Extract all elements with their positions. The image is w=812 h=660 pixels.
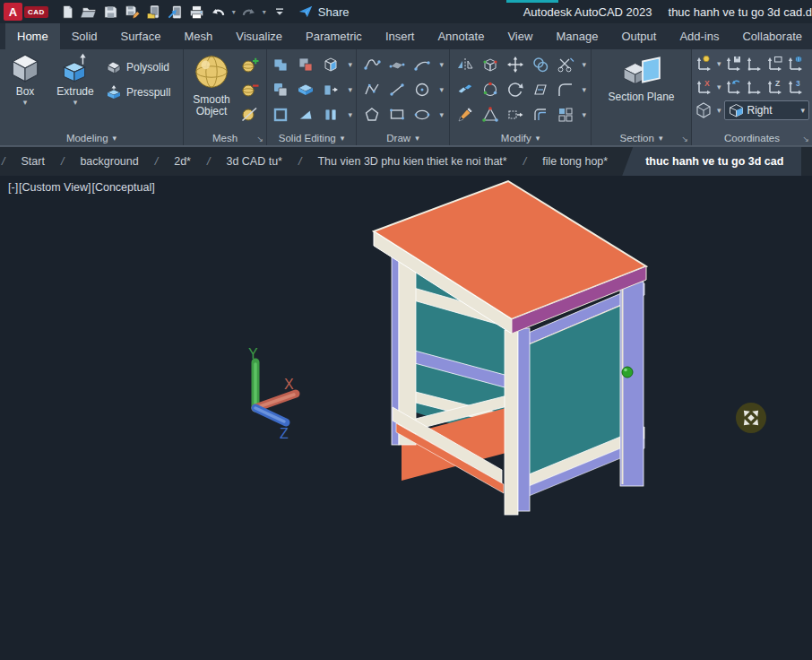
extend-button[interactable] bbox=[530, 79, 550, 100]
view-selector[interactable]: Right ▾ bbox=[724, 100, 809, 120]
ucs-button[interactable] bbox=[695, 53, 713, 74]
mesh-unsmooth-button[interactable] bbox=[239, 103, 261, 125]
3d-scale-button[interactable] bbox=[479, 104, 500, 126]
viewport-view-control[interactable]: [Custom View] bbox=[19, 181, 91, 194]
line-button[interactable] bbox=[387, 79, 406, 100]
file-tab-active-thuc-hanh[interactable]: thuc hanh ve tu go 3d cad bbox=[622, 147, 801, 176]
tab-manage[interactable]: Manage bbox=[544, 23, 609, 49]
file-tab-3d-cad-tu[interactable]: 3d CAD tu* bbox=[212, 147, 297, 176]
ucs-3point-button[interactable]: 3 bbox=[786, 76, 804, 98]
new-file-button[interactable] bbox=[57, 2, 79, 22]
polygon-button[interactable] bbox=[362, 104, 381, 126]
view-cube-dropdown-caret[interactable]: ▾ bbox=[717, 106, 721, 115]
solid-slice-button[interactable] bbox=[271, 79, 290, 100]
solid-subtract-button[interactable] bbox=[296, 54, 315, 75]
save-button[interactable] bbox=[100, 2, 122, 22]
section-dialog-launcher[interactable]: ↘ bbox=[681, 135, 688, 143]
offset-button[interactable] bbox=[530, 104, 550, 126]
ucs-x-dropdown-caret[interactable]: ▾ bbox=[717, 82, 721, 91]
rectangular-array-button[interactable] bbox=[555, 104, 575, 126]
ucs-object-button[interactable] bbox=[765, 53, 783, 74]
modify-row2-caret[interactable]: ▾ bbox=[582, 85, 586, 94]
solid-thicken-button[interactable] bbox=[296, 79, 315, 100]
copy-button[interactable] bbox=[530, 54, 550, 75]
presspull-button[interactable]: Presspull bbox=[106, 82, 170, 103]
stretch-button[interactable] bbox=[505, 104, 525, 126]
customize-qat-button[interactable] bbox=[269, 2, 290, 22]
solid-intersect-button[interactable] bbox=[321, 54, 341, 75]
viewport-visual-style-control[interactable]: [Conceptual] bbox=[91, 181, 154, 194]
tab-surface[interactable]: Surface bbox=[109, 23, 173, 49]
tab-solid[interactable]: Solid bbox=[60, 23, 109, 49]
drawing-viewport[interactable]: [-] [Custom View] [Conceptual] bbox=[0, 176, 812, 660]
ucs-view-button[interactable] bbox=[786, 53, 804, 74]
draw-row3-caret[interactable]: ▾ bbox=[439, 110, 444, 119]
view-cube-button[interactable] bbox=[695, 100, 713, 121]
tab-insert[interactable]: Insert bbox=[374, 23, 427, 49]
box-dropdown-caret[interactable]: ▾ bbox=[23, 100, 28, 105]
ucs-x-button[interactable]: X bbox=[695, 76, 713, 98]
modify-row1-caret[interactable]: ▾ bbox=[582, 60, 586, 69]
section-plane-button[interactable]: Section Plane bbox=[606, 54, 678, 103]
slice-button[interactable] bbox=[454, 79, 475, 100]
trim-button[interactable] bbox=[555, 54, 575, 75]
mesh-remove-crease-button[interactable] bbox=[239, 79, 261, 100]
file-tab-background[interactable]: background bbox=[65, 147, 152, 176]
modify-row3-caret[interactable]: ▾ bbox=[582, 110, 586, 119]
ucs-world-button[interactable] bbox=[745, 53, 763, 74]
polar-array-button[interactable] bbox=[479, 79, 500, 100]
mirror-button[interactable] bbox=[454, 54, 475, 75]
mesh-refine-button[interactable] bbox=[239, 55, 261, 76]
tab-collaborate[interactable]: Collaborate bbox=[730, 23, 812, 49]
view-selector-caret[interactable]: ▾ bbox=[800, 106, 805, 115]
save-as-button[interactable] bbox=[122, 2, 143, 22]
solid-row2-caret[interactable]: ▾ bbox=[348, 85, 352, 94]
erase-button[interactable] bbox=[454, 104, 475, 126]
box-button[interactable]: Box ▾ bbox=[5, 53, 45, 105]
modeling-panel-label[interactable]: Modeling ▾ bbox=[0, 130, 183, 145]
ucs-axes-icon[interactable]: Y X Z bbox=[248, 346, 296, 441]
door-knob[interactable] bbox=[622, 367, 633, 378]
mesh-panel-label[interactable]: Mesh bbox=[184, 130, 266, 145]
solid-extrude-faces-button[interactable] bbox=[321, 79, 341, 100]
tab-home[interactable]: Home bbox=[5, 23, 60, 49]
solid-union-button[interactable] bbox=[271, 54, 290, 75]
solid-row3-caret[interactable]: ▾ bbox=[348, 110, 352, 119]
model-canvas[interactable]: Y X Z bbox=[0, 176, 812, 660]
ellipse-button[interactable] bbox=[412, 104, 431, 126]
redo-button[interactable] bbox=[238, 2, 260, 22]
save-to-web-mobile-button[interactable] bbox=[143, 2, 165, 22]
draw-row1-caret[interactable]: ▾ bbox=[439, 60, 444, 69]
ucs-z-axis-button[interactable]: Z bbox=[765, 76, 783, 98]
polyline-button[interactable] bbox=[362, 54, 381, 75]
share-button[interactable]: Share bbox=[298, 4, 350, 20]
fillet-button[interactable] bbox=[555, 79, 575, 100]
viewport-minimize-control[interactable]: [-] bbox=[8, 181, 18, 194]
tab-output[interactable]: Output bbox=[609, 23, 668, 49]
modify-panel-label[interactable]: Modify ▾ bbox=[450, 130, 591, 145]
tab-add-ins[interactable]: Add-ins bbox=[668, 23, 730, 49]
extrude-button[interactable]: Extrude ▾ bbox=[52, 53, 99, 105]
undo-button[interactable] bbox=[208, 2, 229, 22]
tab-visualize[interactable]: Visualize bbox=[224, 23, 294, 49]
ucs-origin-button[interactable] bbox=[745, 76, 763, 98]
print-button[interactable] bbox=[186, 2, 208, 22]
solid-taper-faces-button[interactable] bbox=[296, 104, 315, 126]
arc-button[interactable] bbox=[412, 54, 431, 75]
circle-button[interactable] bbox=[412, 79, 431, 100]
ucs-dropdown-caret[interactable]: ▾ bbox=[717, 59, 721, 68]
extrude-dropdown-caret[interactable]: ▾ bbox=[73, 100, 78, 105]
coordinates-dialog-launcher[interactable]: ↘ bbox=[802, 135, 809, 143]
ucs-previous-button[interactable] bbox=[724, 76, 742, 98]
draw-row2-caret[interactable]: ▾ bbox=[439, 85, 444, 94]
tab-mesh[interactable]: Mesh bbox=[172, 23, 224, 49]
file-tab-2d[interactable]: 2d* bbox=[160, 147, 205, 176]
solid-shell-button[interactable] bbox=[271, 104, 290, 126]
file-tab-file-tong-hop[interactable]: file tong hop* bbox=[528, 147, 622, 176]
solid-row1-caret[interactable]: ▾ bbox=[348, 60, 352, 69]
3d-cabinet-model[interactable] bbox=[374, 181, 646, 515]
spline-button[interactable] bbox=[362, 79, 381, 100]
open-file-button[interactable] bbox=[79, 2, 100, 22]
move-button[interactable] bbox=[505, 54, 525, 75]
ucs-named-button[interactable] bbox=[724, 53, 742, 74]
